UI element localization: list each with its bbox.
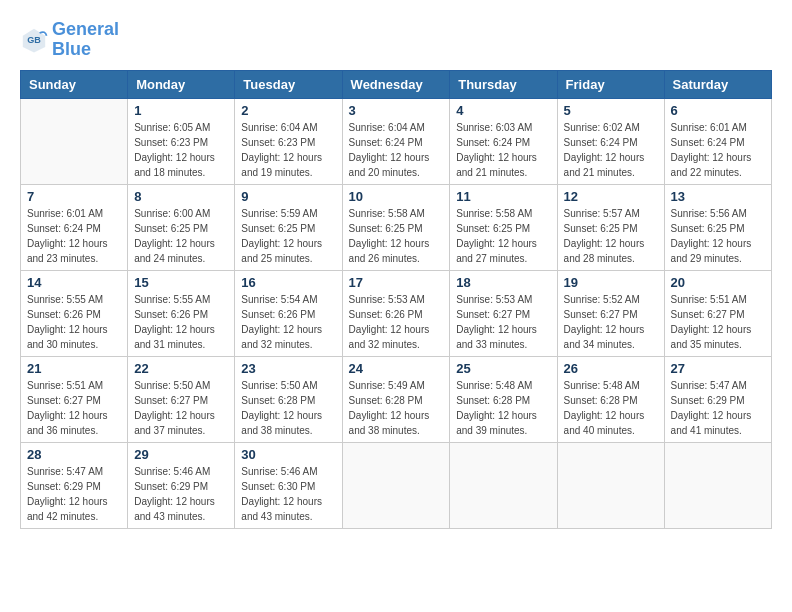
day-number: 19	[564, 275, 658, 290]
day-number: 17	[349, 275, 444, 290]
day-number: 15	[134, 275, 228, 290]
day-info: Sunrise: 5:53 AM Sunset: 6:27 PM Dayligh…	[456, 292, 550, 352]
day-cell: 12Sunrise: 5:57 AM Sunset: 6:25 PM Dayli…	[557, 184, 664, 270]
day-info: Sunrise: 6:01 AM Sunset: 6:24 PM Dayligh…	[27, 206, 121, 266]
day-number: 26	[564, 361, 658, 376]
day-info: Sunrise: 6:05 AM Sunset: 6:23 PM Dayligh…	[134, 120, 228, 180]
col-header-friday: Friday	[557, 70, 664, 98]
day-info: Sunrise: 6:01 AM Sunset: 6:24 PM Dayligh…	[671, 120, 765, 180]
calendar: SundayMondayTuesdayWednesdayThursdayFrid…	[20, 70, 772, 529]
col-header-monday: Monday	[128, 70, 235, 98]
col-header-saturday: Saturday	[664, 70, 771, 98]
day-cell: 18Sunrise: 5:53 AM Sunset: 6:27 PM Dayli…	[450, 270, 557, 356]
week-row-2: 7Sunrise: 6:01 AM Sunset: 6:24 PM Daylig…	[21, 184, 772, 270]
day-number: 20	[671, 275, 765, 290]
day-info: Sunrise: 5:58 AM Sunset: 6:25 PM Dayligh…	[456, 206, 550, 266]
day-info: Sunrise: 5:51 AM Sunset: 6:27 PM Dayligh…	[27, 378, 121, 438]
week-row-4: 21Sunrise: 5:51 AM Sunset: 6:27 PM Dayli…	[21, 356, 772, 442]
day-info: Sunrise: 5:46 AM Sunset: 6:29 PM Dayligh…	[134, 464, 228, 524]
day-info: Sunrise: 5:55 AM Sunset: 6:26 PM Dayligh…	[27, 292, 121, 352]
col-header-wednesday: Wednesday	[342, 70, 450, 98]
week-row-3: 14Sunrise: 5:55 AM Sunset: 6:26 PM Dayli…	[21, 270, 772, 356]
day-cell: 9Sunrise: 5:59 AM Sunset: 6:25 PM Daylig…	[235, 184, 342, 270]
day-number: 21	[27, 361, 121, 376]
day-cell: 25Sunrise: 5:48 AM Sunset: 6:28 PM Dayli…	[450, 356, 557, 442]
day-info: Sunrise: 5:50 AM Sunset: 6:27 PM Dayligh…	[134, 378, 228, 438]
day-cell: 24Sunrise: 5:49 AM Sunset: 6:28 PM Dayli…	[342, 356, 450, 442]
day-number: 16	[241, 275, 335, 290]
day-number: 29	[134, 447, 228, 462]
day-info: Sunrise: 5:58 AM Sunset: 6:25 PM Dayligh…	[349, 206, 444, 266]
day-cell: 13Sunrise: 5:56 AM Sunset: 6:25 PM Dayli…	[664, 184, 771, 270]
day-cell: 16Sunrise: 5:54 AM Sunset: 6:26 PM Dayli…	[235, 270, 342, 356]
week-row-1: 1Sunrise: 6:05 AM Sunset: 6:23 PM Daylig…	[21, 98, 772, 184]
day-cell: 11Sunrise: 5:58 AM Sunset: 6:25 PM Dayli…	[450, 184, 557, 270]
day-number: 12	[564, 189, 658, 204]
day-info: Sunrise: 5:55 AM Sunset: 6:26 PM Dayligh…	[134, 292, 228, 352]
header-row: SundayMondayTuesdayWednesdayThursdayFrid…	[21, 70, 772, 98]
day-cell: 20Sunrise: 5:51 AM Sunset: 6:27 PM Dayli…	[664, 270, 771, 356]
day-number: 9	[241, 189, 335, 204]
day-cell: 8Sunrise: 6:00 AM Sunset: 6:25 PM Daylig…	[128, 184, 235, 270]
day-number: 27	[671, 361, 765, 376]
day-cell: 21Sunrise: 5:51 AM Sunset: 6:27 PM Dayli…	[21, 356, 128, 442]
day-number: 11	[456, 189, 550, 204]
day-cell: 10Sunrise: 5:58 AM Sunset: 6:25 PM Dayli…	[342, 184, 450, 270]
day-info: Sunrise: 5:51 AM Sunset: 6:27 PM Dayligh…	[671, 292, 765, 352]
day-info: Sunrise: 5:57 AM Sunset: 6:25 PM Dayligh…	[564, 206, 658, 266]
day-number: 10	[349, 189, 444, 204]
day-number: 3	[349, 103, 444, 118]
day-info: Sunrise: 5:47 AM Sunset: 6:29 PM Dayligh…	[671, 378, 765, 438]
day-number: 1	[134, 103, 228, 118]
day-cell	[664, 442, 771, 528]
day-number: 28	[27, 447, 121, 462]
day-cell: 7Sunrise: 6:01 AM Sunset: 6:24 PM Daylig…	[21, 184, 128, 270]
day-number: 2	[241, 103, 335, 118]
day-number: 8	[134, 189, 228, 204]
day-info: Sunrise: 6:02 AM Sunset: 6:24 PM Dayligh…	[564, 120, 658, 180]
logo-text2: Blue	[52, 40, 119, 60]
week-row-5: 28Sunrise: 5:47 AM Sunset: 6:29 PM Dayli…	[21, 442, 772, 528]
day-info: Sunrise: 5:50 AM Sunset: 6:28 PM Dayligh…	[241, 378, 335, 438]
day-cell: 3Sunrise: 6:04 AM Sunset: 6:24 PM Daylig…	[342, 98, 450, 184]
day-info: Sunrise: 5:53 AM Sunset: 6:26 PM Dayligh…	[349, 292, 444, 352]
day-number: 5	[564, 103, 658, 118]
day-number: 22	[134, 361, 228, 376]
day-info: Sunrise: 6:03 AM Sunset: 6:24 PM Dayligh…	[456, 120, 550, 180]
day-info: Sunrise: 5:47 AM Sunset: 6:29 PM Dayligh…	[27, 464, 121, 524]
day-cell: 2Sunrise: 6:04 AM Sunset: 6:23 PM Daylig…	[235, 98, 342, 184]
day-info: Sunrise: 5:54 AM Sunset: 6:26 PM Dayligh…	[241, 292, 335, 352]
day-cell: 6Sunrise: 6:01 AM Sunset: 6:24 PM Daylig…	[664, 98, 771, 184]
day-info: Sunrise: 5:56 AM Sunset: 6:25 PM Dayligh…	[671, 206, 765, 266]
header: GB General Blue	[20, 20, 772, 60]
day-cell	[450, 442, 557, 528]
day-cell: 29Sunrise: 5:46 AM Sunset: 6:29 PM Dayli…	[128, 442, 235, 528]
logo: GB General Blue	[20, 20, 119, 60]
day-cell	[557, 442, 664, 528]
svg-text:GB: GB	[27, 35, 41, 45]
day-cell: 4Sunrise: 6:03 AM Sunset: 6:24 PM Daylig…	[450, 98, 557, 184]
day-number: 23	[241, 361, 335, 376]
day-info: Sunrise: 6:04 AM Sunset: 6:23 PM Dayligh…	[241, 120, 335, 180]
day-cell: 19Sunrise: 5:52 AM Sunset: 6:27 PM Dayli…	[557, 270, 664, 356]
day-cell: 22Sunrise: 5:50 AM Sunset: 6:27 PM Dayli…	[128, 356, 235, 442]
day-cell: 17Sunrise: 5:53 AM Sunset: 6:26 PM Dayli…	[342, 270, 450, 356]
logo-text: General	[52, 20, 119, 40]
day-cell: 15Sunrise: 5:55 AM Sunset: 6:26 PM Dayli…	[128, 270, 235, 356]
day-cell: 5Sunrise: 6:02 AM Sunset: 6:24 PM Daylig…	[557, 98, 664, 184]
day-cell: 23Sunrise: 5:50 AM Sunset: 6:28 PM Dayli…	[235, 356, 342, 442]
col-header-thursday: Thursday	[450, 70, 557, 98]
day-info: Sunrise: 5:59 AM Sunset: 6:25 PM Dayligh…	[241, 206, 335, 266]
day-number: 24	[349, 361, 444, 376]
col-header-sunday: Sunday	[21, 70, 128, 98]
day-cell: 26Sunrise: 5:48 AM Sunset: 6:28 PM Dayli…	[557, 356, 664, 442]
day-info: Sunrise: 5:46 AM Sunset: 6:30 PM Dayligh…	[241, 464, 335, 524]
day-cell	[21, 98, 128, 184]
day-number: 18	[456, 275, 550, 290]
day-number: 14	[27, 275, 121, 290]
day-info: Sunrise: 5:49 AM Sunset: 6:28 PM Dayligh…	[349, 378, 444, 438]
day-number: 6	[671, 103, 765, 118]
day-cell: 14Sunrise: 5:55 AM Sunset: 6:26 PM Dayli…	[21, 270, 128, 356]
day-cell: 1Sunrise: 6:05 AM Sunset: 6:23 PM Daylig…	[128, 98, 235, 184]
day-info: Sunrise: 5:52 AM Sunset: 6:27 PM Dayligh…	[564, 292, 658, 352]
